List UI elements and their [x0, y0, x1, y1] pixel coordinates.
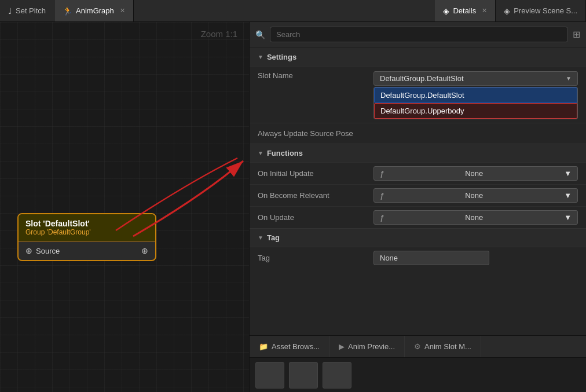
- functions-arrow-icon: ▼: [258, 150, 263, 156]
- on-update-dropdown[interactable]: ƒ None ▼: [373, 210, 578, 225]
- prop-always-update: Always Update Source Pose: [250, 123, 586, 144]
- section-functions[interactable]: ▼ Functions: [250, 144, 586, 162]
- search-input[interactable]: [270, 27, 568, 42]
- on-initial-update-dropdown[interactable]: ƒ None ▼: [373, 166, 578, 181]
- thumbnail-3: [323, 362, 351, 389]
- tab-preview-scene-label: Preview Scene S...: [514, 6, 577, 15]
- prop-on-update: On Update ƒ None ▼: [250, 206, 586, 228]
- bottom-content: [250, 357, 586, 392]
- tag-prop-label: Tag: [258, 254, 373, 262]
- zoom-label: Zoom 1:1: [201, 29, 237, 39]
- bottom-tab-anim-slot[interactable]: ⚙ Anim Slot M...: [405, 336, 481, 357]
- tab-anim-graph-close[interactable]: ✕: [120, 7, 125, 14]
- tab-details[interactable]: ◈ Details ✕: [435, 0, 496, 21]
- func-arrow-icon-1: ▼: [564, 169, 572, 178]
- node-pin-source: ⊕ Source: [25, 246, 60, 255]
- settings-arrow-icon: ▼: [258, 54, 263, 60]
- node-body: ⊕ Source ⊕: [19, 241, 155, 260]
- node-card[interactable]: Slot 'DefaultSlot' Group 'DefaultGroup' …: [17, 213, 156, 261]
- canvas-area: Zoom 1:1 Slot 'DefaultSlot' Group 'Defau…: [0, 22, 249, 392]
- tag-arrow-icon: ▼: [258, 235, 263, 241]
- tab-details-label: Details: [453, 6, 476, 15]
- on-become-relevant-label: On Become Relevant: [258, 191, 373, 200]
- anim-slot-label: Anim Slot M...: [424, 342, 471, 351]
- tag-input[interactable]: [373, 251, 489, 265]
- preview-scene-icon: ◈: [504, 6, 510, 16]
- on-update-value: ƒ None ▼: [373, 210, 578, 225]
- slot-name-value: DefaultGroup.DefaultSlot ▼ DefaultGroup.…: [373, 71, 578, 119]
- node-pin-right: ⊕: [141, 246, 148, 255]
- anim-preview-label: Anim Previe...: [348, 342, 395, 351]
- slot-option-upperbody[interactable]: DefaultGroup.Upperbody: [374, 103, 577, 119]
- func-icon-2: ƒ: [380, 191, 384, 200]
- settings-label: Settings: [267, 53, 296, 61]
- anim-graph-icon: 🏃: [63, 6, 72, 16]
- prop-tag: Tag: [250, 247, 586, 269]
- func-arrow-icon-3: ▼: [564, 213, 572, 222]
- tab-details-close[interactable]: ✕: [482, 7, 487, 14]
- arrow-annotation: [0, 22, 249, 381]
- details-icon: ◈: [443, 6, 449, 16]
- always-update-label: Always Update Source Pose: [258, 129, 373, 138]
- search-icon: 🔍: [255, 30, 265, 39]
- dropdown-arrow-icon: ▼: [566, 75, 572, 82]
- functions-label: Functions: [267, 149, 303, 157]
- main-area: Zoom 1:1 Slot 'DefaultSlot' Group 'Defau…: [0, 22, 586, 392]
- on-initial-update-value: ƒ None ▼: [373, 166, 578, 181]
- thumbnail-1: [255, 362, 284, 389]
- slot-name-popup: DefaultGroup.DefaultSlot DefaultGroup.Up…: [373, 87, 578, 119]
- prop-slot-name: Slot Name DefaultGroup.DefaultSlot ▼ Def…: [250, 66, 586, 123]
- asset-browser-icon: 📁: [259, 342, 268, 351]
- pin-icon-left: ⊕: [25, 246, 32, 255]
- slot-option-default[interactable]: DefaultGroup.DefaultSlot: [374, 87, 577, 103]
- grid-icon[interactable]: ⊞: [573, 29, 580, 40]
- anim-slot-icon: ⚙: [414, 342, 421, 351]
- on-initial-update-selected: None: [465, 169, 483, 178]
- node-subtitle: Group 'DefaultGroup': [25, 228, 148, 236]
- on-become-relevant-dropdown[interactable]: ƒ None ▼: [373, 188, 578, 203]
- tag-prop-value: [373, 251, 578, 265]
- right-panel: 🔍 ⊞ ▼ Settings Slot Name DefaultGroup.De…: [249, 22, 586, 392]
- asset-browser-label: Asset Brows...: [272, 342, 320, 351]
- details-content: ▼ Settings Slot Name DefaultGroup.Defaul…: [250, 47, 586, 335]
- pin-icon-right: ⊕: [141, 246, 148, 255]
- func-arrow-icon-2: ▼: [564, 191, 572, 200]
- on-update-label: On Update: [258, 213, 373, 222]
- node-header: Slot 'DefaultSlot' Group 'DefaultGroup': [19, 214, 155, 241]
- func-icon-3: ƒ: [380, 213, 384, 222]
- slot-name-dropdown[interactable]: DefaultGroup.DefaultSlot ▼: [373, 71, 578, 86]
- func-icon-1: ƒ: [380, 169, 384, 178]
- bottom-tab-anim-preview[interactable]: ▶ Anim Previe...: [329, 336, 405, 357]
- tab-anim-graph[interactable]: 🏃 AnimGraph ✕: [54, 0, 134, 21]
- tag-label: Tag: [267, 233, 280, 242]
- section-tag[interactable]: ▼ Tag: [250, 228, 586, 247]
- search-bar: 🔍 ⊞: [250, 22, 586, 47]
- bottom-tab-asset-browser[interactable]: 📁 Asset Brows...: [250, 336, 329, 357]
- bottom-tabs: 📁 Asset Brows... ▶ Anim Previe... ⚙ Anim…: [250, 335, 586, 357]
- node-title: Slot 'DefaultSlot': [25, 219, 148, 228]
- tab-set-pitch[interactable]: ♩ Set Pitch: [0, 0, 54, 21]
- anim-preview-icon: ▶: [339, 342, 345, 351]
- slot-name-selected: DefaultGroup.DefaultSlot: [380, 74, 464, 83]
- tab-set-pitch-label: Set Pitch: [16, 6, 46, 15]
- on-become-relevant-value: ƒ None ▼: [373, 188, 578, 203]
- tab-bar: ♩ Set Pitch 🏃 AnimGraph ✕ ◈ Details ✕ ◈ …: [0, 0, 586, 22]
- thumbnail-2: [289, 362, 318, 389]
- slot-name-label: Slot Name: [258, 71, 373, 80]
- tab-preview-scene[interactable]: ◈ Preview Scene S...: [496, 0, 586, 21]
- on-update-selected: None: [465, 213, 483, 222]
- set-pitch-icon: ♩: [8, 6, 12, 16]
- prop-on-become-relevant: On Become Relevant ƒ None ▼: [250, 184, 586, 206]
- on-initial-update-label: On Initial Update: [258, 169, 373, 178]
- on-become-relevant-selected: None: [465, 191, 483, 200]
- tab-anim-graph-label: AnimGraph: [76, 6, 114, 15]
- node-pin-label: Source: [36, 247, 60, 255]
- section-settings[interactable]: ▼ Settings: [250, 47, 586, 66]
- prop-on-initial-update: On Initial Update ƒ None ▼: [250, 162, 586, 184]
